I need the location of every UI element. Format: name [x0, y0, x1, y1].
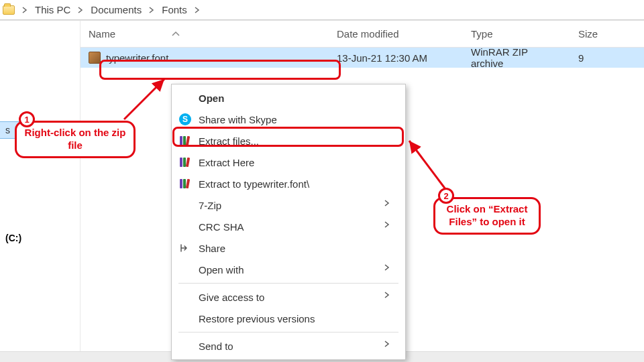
breadcrumb-item[interactable]: Documents	[87, 3, 146, 17]
file-modified: 13-Jun-21 12:30 AM	[329, 52, 463, 64]
file-size: 9	[570, 52, 644, 64]
menu-send-to[interactable]: Send to	[172, 335, 405, 357]
menu-give-access[interactable]: Give access to	[172, 286, 405, 308]
col-name-label: Name	[89, 28, 115, 40]
annotation-text-1: Right-click on the zip file	[17, 123, 133, 156]
chevron-right-icon	[193, 5, 202, 15]
menu-extract-to-label: Extract to typewriter.font\	[199, 178, 394, 190]
menu-crc[interactable]: CRC SHA	[172, 216, 405, 237]
annotation-number-2: 2	[438, 188, 454, 204]
menu-extract-to[interactable]: Extract to typewriter.font\	[172, 173, 405, 194]
chevron-right-icon	[384, 264, 394, 275]
address-bar[interactable]: This PC Documents Fonts	[0, 0, 644, 20]
context-menu: Open S Share with Skype Extract files...…	[171, 84, 406, 360]
share-icon	[178, 241, 192, 255]
menu-share[interactable]: Share	[172, 237, 405, 259]
file-type: WinRAR ZIP archive	[463, 46, 570, 69]
menu-crc-label: CRC SHA	[199, 221, 377, 233]
folder-icon	[3, 5, 15, 15]
sidebar-item-drive[interactable]: (C:)	[0, 230, 80, 246]
menu-7zip[interactable]: 7-Zip	[172, 194, 405, 216]
chevron-right-icon	[384, 200, 394, 210]
menu-separator	[178, 283, 398, 284]
annotation-box-1: Right-click on the zip file	[15, 121, 136, 158]
sort-caret-icon	[169, 30, 182, 38]
menu-7zip-label: 7-Zip	[199, 200, 377, 211]
annotation-highlight-extract	[172, 127, 404, 147]
col-name[interactable]: Name	[80, 28, 329, 40]
chevron-right-icon	[384, 221, 394, 232]
skype-icon: S	[179, 113, 191, 125]
column-headers: Name Date modified Type Size	[80, 21, 644, 48]
chevron-right-icon	[147, 5, 156, 15]
winrar-icon	[179, 156, 191, 168]
menu-open-with[interactable]: Open with	[172, 259, 405, 280]
annotation-number-1: 1	[19, 111, 35, 127]
winrar-icon	[179, 178, 191, 190]
menu-restore[interactable]: Restore previous versions	[172, 308, 405, 329]
menu-restore-label: Restore previous versions	[199, 313, 394, 324]
menu-give-access-label: Give access to	[199, 292, 377, 303]
menu-open-label: Open	[199, 93, 394, 104]
menu-share-label: Share	[199, 243, 394, 254]
annotation-text-2: Click on “Extract Files” to open it	[435, 199, 539, 233]
col-type[interactable]: Type	[463, 28, 570, 40]
menu-send-to-label: Send to	[199, 341, 377, 352]
breadcrumb-item[interactable]: Fonts	[158, 3, 191, 17]
menu-extract-here-label: Extract Here	[199, 157, 394, 168]
chevron-right-icon	[20, 5, 30, 15]
menu-separator	[178, 332, 398, 333]
annotation-highlight-file	[99, 60, 341, 80]
nav-sidebar: s (C:)	[0, 21, 80, 351]
menu-open[interactable]: Open	[172, 87, 405, 109]
breadcrumb-root[interactable]: This PC	[31, 3, 74, 17]
menu-open-with-label: Open with	[199, 264, 377, 276]
chevron-right-icon	[384, 341, 394, 351]
chevron-right-icon	[384, 292, 394, 302]
zip-archive-icon	[89, 52, 101, 64]
chevron-right-icon	[76, 5, 85, 15]
col-size[interactable]: Size	[570, 28, 644, 40]
col-modified[interactable]: Date modified	[329, 28, 463, 40]
menu-share-skype-label: Share with Skype	[199, 114, 394, 125]
menu-extract-here[interactable]: Extract Here	[172, 152, 405, 173]
